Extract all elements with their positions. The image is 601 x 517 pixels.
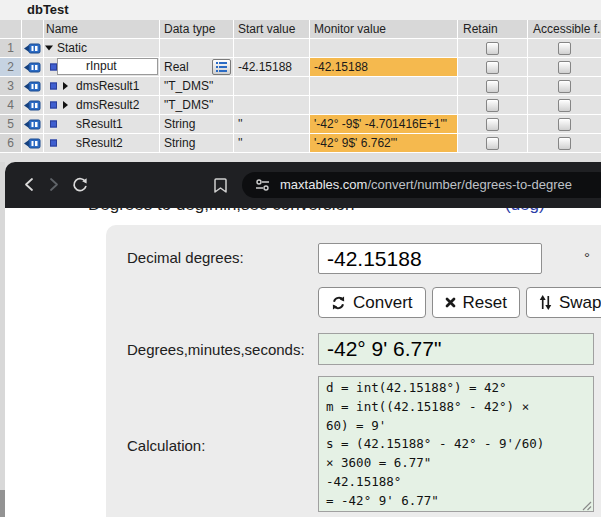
clipped-heading: Degrees to deg,min,sec conversion (deg) xyxy=(5,208,601,216)
variable-table: Name Data type Start value Monitor value… xyxy=(0,20,601,153)
member-bullet-icon xyxy=(50,64,57,71)
list-icon xyxy=(216,62,227,72)
monitor-value-cell xyxy=(310,77,458,95)
data-type-cell[interactable]: "T_DMS" xyxy=(160,96,234,114)
monitor-value-cell: -42.15188 xyxy=(310,58,458,76)
convert-button[interactable]: Convert xyxy=(318,287,426,318)
accessible-checkbox[interactable] xyxy=(558,61,571,74)
webpage-content: Degrees to deg,min,sec conversion (deg) … xyxy=(5,208,601,517)
decimal-degrees-input[interactable] xyxy=(318,243,542,274)
convert-label: Convert xyxy=(353,293,413,313)
data-type-picker-button[interactable] xyxy=(212,59,231,75)
variable-name: dmsResult1 xyxy=(76,79,139,93)
retain-checkbox[interactable] xyxy=(486,61,499,74)
header-monitor-value[interactable]: Monitor value xyxy=(310,20,458,38)
degree-unit: ° xyxy=(584,249,590,266)
reset-button[interactable]: Reset xyxy=(432,287,520,318)
accessible-checkbox[interactable] xyxy=(558,99,571,112)
retain-checkbox[interactable] xyxy=(486,42,499,55)
converter-panel: Decimal degrees: ° Convert Reset Swap De… xyxy=(106,225,601,517)
start-value-cell[interactable]: '' xyxy=(234,134,310,152)
start-value-cell[interactable] xyxy=(234,39,310,57)
accessible-checkbox[interactable] xyxy=(558,118,571,131)
retain-checkbox[interactable] xyxy=(486,80,499,93)
browser-toolbar: maxtables.com/convert/number/degrees-to-… xyxy=(5,162,601,208)
tag-icon xyxy=(24,43,41,54)
header-name[interactable]: Name xyxy=(44,20,160,38)
tag-icon xyxy=(24,62,41,73)
converter-buttons: Convert Reset Swap xyxy=(318,287,601,318)
row-number: 5 xyxy=(0,115,22,133)
data-type-cell: Real xyxy=(164,60,189,74)
collapse-icon[interactable] xyxy=(45,46,53,51)
start-value-cell[interactable]: -42.15188 xyxy=(234,58,310,76)
url[interactable]: maxtables.com/convert/number/degrees-to-… xyxy=(280,172,572,198)
member-bullet-icon xyxy=(50,102,57,109)
accessible-checkbox[interactable] xyxy=(558,42,571,55)
tune-icon[interactable] xyxy=(255,178,270,192)
page-heading-unit-fragment: (deg) xyxy=(505,208,545,215)
row-number: 1 xyxy=(0,39,22,57)
header-accessible[interactable]: Accessible f.. xyxy=(528,20,601,38)
tag-icon xyxy=(24,81,41,92)
tia-datablock-editor: dbTest Name Data type Start value Monito… xyxy=(0,0,601,162)
tag-icon xyxy=(24,100,41,111)
row-number: 2 xyxy=(0,58,22,76)
datablock-title: dbTest xyxy=(0,0,601,20)
header-rownum xyxy=(0,20,22,38)
data-type-cell[interactable]: "T_DMS" xyxy=(160,77,234,95)
page-heading-fragment: Degrees to deg,min,sec conversion xyxy=(88,208,354,215)
start-value-cell[interactable] xyxy=(234,77,310,95)
address-bar[interactable]: maxtables.com/convert/number/degrees-to-… xyxy=(242,172,601,198)
retain-checkbox[interactable] xyxy=(486,118,499,131)
table-row: 3 dmsResult1 "T_DMS" xyxy=(0,77,601,96)
monitor-value-cell xyxy=(310,39,458,57)
tag-icon xyxy=(24,138,41,149)
table-row: 2 rInput Real -42.15188 -42.15188 xyxy=(0,58,601,77)
variable-name: sResult1 xyxy=(76,117,123,131)
retain-checkbox[interactable] xyxy=(486,99,499,112)
member-bullet-icon xyxy=(50,83,57,90)
tag-icon xyxy=(24,119,41,130)
member-bullet-icon xyxy=(50,121,57,128)
table-row: 4 dmsResult2 "T_DMS" xyxy=(0,96,601,115)
row-number: 4 xyxy=(0,96,22,114)
header-start-value[interactable]: Start value xyxy=(234,20,310,38)
header-icon xyxy=(22,20,44,38)
accessible-checkbox[interactable] xyxy=(558,80,571,93)
table-footer-strip xyxy=(0,153,601,162)
variable-name: Static xyxy=(57,41,87,55)
monitor-value-cell: '-42° -9$' -4.701416E+1"' xyxy=(310,115,458,133)
member-bullet-icon xyxy=(50,140,57,147)
calculation-textarea[interactable]: d = int(42.15188°) = 42° m = int((42.151… xyxy=(318,376,594,512)
table-row: 6 sResult2 String '' '-42° 9$' 6.762"' xyxy=(0,134,601,153)
swap-arrows-icon xyxy=(539,294,552,311)
data-type-cell[interactable]: String xyxy=(160,134,234,152)
swap-button[interactable]: Swap xyxy=(526,287,601,318)
start-value-cell[interactable] xyxy=(234,96,310,114)
reload-icon[interactable] xyxy=(72,177,89,193)
name-edit-field[interactable]: rInput xyxy=(57,58,158,75)
reset-label: Reset xyxy=(463,293,507,313)
forward-icon[interactable] xyxy=(47,177,61,192)
data-type-cell[interactable]: String xyxy=(160,115,234,133)
bookmark-icon[interactable] xyxy=(213,177,228,194)
dms-result-field[interactable]: -42° 9' 6.77" xyxy=(318,333,594,365)
calculation-label: Calculation: xyxy=(127,437,205,454)
url-path: /convert/number/degrees-to-degree xyxy=(367,177,572,192)
start-value-cell[interactable]: '' xyxy=(234,115,310,133)
accessible-checkbox[interactable] xyxy=(558,137,571,150)
expand-icon[interactable] xyxy=(63,101,68,109)
expand-icon[interactable] xyxy=(63,82,68,90)
variable-name: dmsResult2 xyxy=(76,98,139,112)
url-domain: maxtables.com xyxy=(280,177,367,192)
monitor-value-cell xyxy=(310,96,458,114)
header-retain[interactable]: Retain xyxy=(458,20,528,38)
row-number: 6 xyxy=(0,134,22,152)
resize-handle-icon[interactable] xyxy=(582,501,592,511)
retain-checkbox[interactable] xyxy=(486,137,499,150)
back-icon[interactable] xyxy=(22,177,36,192)
dms-label: Degrees,minutes,seconds: xyxy=(127,341,305,358)
header-data-type[interactable]: Data type xyxy=(160,20,234,38)
data-type-cell[interactable] xyxy=(160,39,234,57)
